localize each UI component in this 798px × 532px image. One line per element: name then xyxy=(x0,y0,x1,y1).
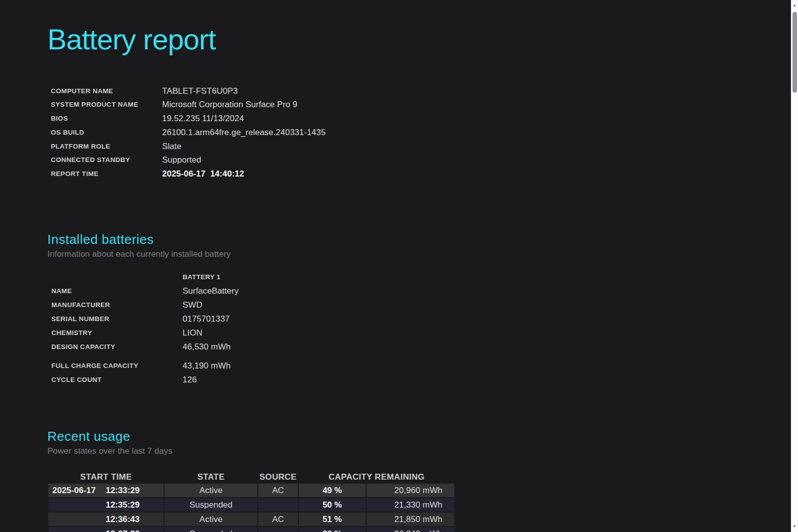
info-label: FULL CHARGE CAPACITY xyxy=(47,359,183,373)
section-subtitle: Power states over the last 7 days xyxy=(47,445,791,457)
spacer-cell xyxy=(47,270,183,284)
cell-source: AC xyxy=(258,484,298,497)
info-label: NAME xyxy=(47,284,183,298)
cell-capacity-percent: 49 % xyxy=(299,484,366,497)
cell-state: Active xyxy=(165,513,257,526)
battery-info-table: BATTERY 1 NAME SurfaceBattery MANUFACTUR… xyxy=(47,270,791,387)
cell-source xyxy=(258,498,298,512)
info-label: BIOS xyxy=(47,112,162,126)
info-value: Supported xyxy=(162,153,791,167)
cell-time: 12:36:43 xyxy=(106,513,140,526)
info-value: LION xyxy=(183,326,791,340)
info-label: CYCLE COUNT xyxy=(47,373,183,387)
cell-capacity-mwh: 36,840 mWh xyxy=(367,527,454,532)
cell-state: Suspended xyxy=(165,527,257,532)
cell-time: 13:07:30 xyxy=(106,527,140,532)
scroll-down-icon[interactable]: ▼ xyxy=(791,523,798,530)
info-value: Slate xyxy=(162,140,791,154)
cell-time: 12:33:29 xyxy=(106,484,140,497)
cell-time: 12:35:29 xyxy=(106,498,140,512)
info-label: OS BUILD xyxy=(47,126,162,140)
cell-state: Active xyxy=(165,484,257,497)
table-row: 2025-06-17 12:33:29 Active AC 49 % 20,96… xyxy=(48,484,454,497)
info-label: COMPUTER NAME xyxy=(47,84,162,98)
info-value: Microsoft Corporation Surface Pro 9 xyxy=(162,98,791,112)
table-row: 12:36:43 Active AC 51 % 21,850 mWh xyxy=(48,513,454,526)
cell-start-time: 2025-06-17 12:33:29 xyxy=(48,484,164,497)
battery-column-header: BATTERY 1 xyxy=(183,270,791,284)
info-value: 126 xyxy=(183,373,791,387)
cell-state: Suspended xyxy=(165,498,257,512)
info-value: 19.52.235 11/13/2024 xyxy=(162,112,791,126)
cell-date: 2025-06-17 xyxy=(52,484,96,497)
cell-start-time: 12:35:29 xyxy=(48,498,164,512)
info-label: SERIAL NUMBER xyxy=(47,312,183,326)
cell-capacity-mwh: 20,960 mWh xyxy=(367,484,454,497)
info-value: 0175701337 xyxy=(183,312,791,326)
installed-batteries-section: Installed batteries Information about ea… xyxy=(47,231,791,387)
page-title: Battery report xyxy=(47,23,791,56)
report-page: Battery report COMPUTER NAME TABLET-FST6… xyxy=(0,0,791,532)
column-header-capacity-remaining: CAPACITY REMAINING xyxy=(299,470,454,484)
scroll-up-icon[interactable]: ▲ xyxy=(791,2,798,9)
table-row: 13:07:30 Suspended 86 % 36,840 mWh xyxy=(48,527,454,532)
info-label: MANUFACTURER xyxy=(47,298,183,312)
scrollbar-thumb[interactable] xyxy=(793,12,797,93)
cell-capacity-percent: 51 % xyxy=(299,513,366,526)
info-label: CONNECTED STANDBY xyxy=(47,153,162,167)
cell-capacity-mwh: 21,330 mWh xyxy=(367,498,454,512)
scrollbar[interactable]: ▲ ▼ xyxy=(791,0,798,532)
cell-start-time: 12:36:43 xyxy=(48,513,164,526)
info-label: SYSTEM PRODUCT NAME xyxy=(47,98,162,112)
report-time-value: 2025-06-17 14:40:12 xyxy=(162,167,791,181)
cell-capacity-percent: 50 % xyxy=(299,498,366,512)
column-header-source: SOURCE xyxy=(258,470,298,484)
info-label: CHEMISTRY xyxy=(47,326,183,340)
info-label: REPORT TIME xyxy=(47,167,162,181)
info-value: TABLET-FST6U0P3 xyxy=(162,84,791,98)
recent-usage-section: Recent usage Power states over the last … xyxy=(47,428,791,532)
cell-start-time: 13:07:30 xyxy=(48,527,164,532)
cell-capacity-mwh: 21,850 mWh xyxy=(367,513,454,526)
recent-usage-table: START TIME STATE SOURCE CAPACITY REMAINI… xyxy=(48,470,454,532)
info-value: SWD xyxy=(183,298,791,312)
info-value: 26100.1.arm64fre.ge_release.240331-1435 xyxy=(162,126,791,140)
section-subtitle: Information about each currently install… xyxy=(47,248,791,260)
cell-source: AC xyxy=(258,513,298,526)
section-heading-installed-batteries: Installed batteries xyxy=(47,231,791,248)
info-label: DESIGN CAPACITY xyxy=(47,340,183,354)
cell-source xyxy=(258,527,298,532)
table-row: 12:35:29 Suspended 50 % 21,330 mWh xyxy=(48,498,454,512)
info-value: SurfaceBattery xyxy=(183,284,791,298)
cell-capacity-percent: 86 % xyxy=(299,527,366,532)
info-value: 43,190 mWh xyxy=(183,359,791,373)
column-header-start-time: START TIME xyxy=(48,470,164,484)
usage-table-header-row: START TIME STATE SOURCE CAPACITY REMAINI… xyxy=(48,470,454,482)
info-value: 46,530 mWh xyxy=(183,340,791,354)
system-info-table: COMPUTER NAME TABLET-FST6U0P3 SYSTEM PRO… xyxy=(47,84,791,181)
section-heading-recent-usage: Recent usage xyxy=(47,428,791,445)
info-label: PLATFORM ROLE xyxy=(47,140,162,154)
column-header-state: STATE xyxy=(165,470,257,484)
